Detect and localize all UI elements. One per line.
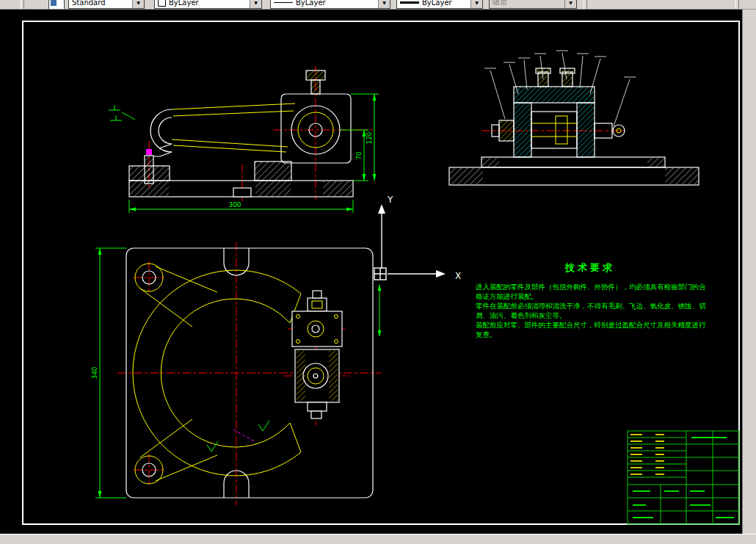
- dropdown-arrow-icon[interactable]: ▼: [470, 0, 482, 8]
- plotstyle-combo[interactable]: 随层 ▼: [489, 0, 577, 9]
- toolbar-grip[interactable]: [21, 0, 24, 9]
- status-bar: [0, 534, 756, 544]
- plotstyle-combo-value: 随层: [493, 0, 507, 7]
- dropdown-arrow-icon[interactable]: ▼: [132, 0, 144, 8]
- toolbar-grip[interactable]: [584, 0, 587, 9]
- linetype-sample: [274, 2, 293, 3]
- dropdown-arrow-icon[interactable]: ▼: [250, 0, 261, 8]
- style-combo[interactable]: Standard ▼: [68, 0, 145, 9]
- lineweight-combo-value: ByLayer: [422, 0, 452, 7]
- lineweight-sample: [400, 1, 419, 4]
- linetype-combo-value: ByLayer: [296, 0, 326, 7]
- technical-requirements[interactable]: 技术要求 进入装配的零件及部件（包括外购件、外协件），均必须具有检验部门的合 格…: [476, 261, 705, 339]
- color-swatch: [158, 0, 166, 7]
- linetype-combo[interactable]: ByLayer ▼: [270, 0, 390, 9]
- lineweight-combo[interactable]: ByLayer ▼: [396, 0, 483, 9]
- tech-req-line-2: 格证方能进行装配。: [476, 291, 705, 301]
- tech-req-line-4: 屑、油污、着色剂和灰尘等。: [476, 311, 705, 320]
- layer-icon[interactable]: [48, 0, 65, 10]
- tech-req-line-6: 复查。: [476, 330, 705, 339]
- tech-req-line-1: 进入装配的零件及部件（包括外购件、外协件），均必须具有检验部门的合: [476, 282, 705, 291]
- color-combo-value: ByLayer: [169, 0, 199, 7]
- color-combo[interactable]: ByLayer ▼: [154, 0, 262, 9]
- tech-req-title: 技术要求: [476, 261, 705, 275]
- dropdown-arrow-icon[interactable]: ▼: [378, 0, 390, 8]
- toolbar-grip[interactable]: [735, 0, 739, 9]
- style-combo-value: Standard: [72, 0, 106, 7]
- dropdown-arrow-icon[interactable]: ▼: [564, 0, 576, 8]
- vertical-scrollbar[interactable]: [742, 9, 756, 534]
- cad-application-window: 300 70 120: [0, 0, 756, 544]
- tech-req-line-5: 装配前应对零、部件的主要配合尺寸，特别是过盈配合尺寸及相关精度进行: [476, 320, 705, 330]
- object-properties-toolbar: Standard ▼ ByLayer ▼ ByLayer ▼ ByLayer ▼…: [0, 0, 756, 10]
- tech-req-line-3: 零件在装配前必须清理和清洗干净，不得有毛刺、飞边、氧化皮、锈蚀、切: [476, 301, 705, 311]
